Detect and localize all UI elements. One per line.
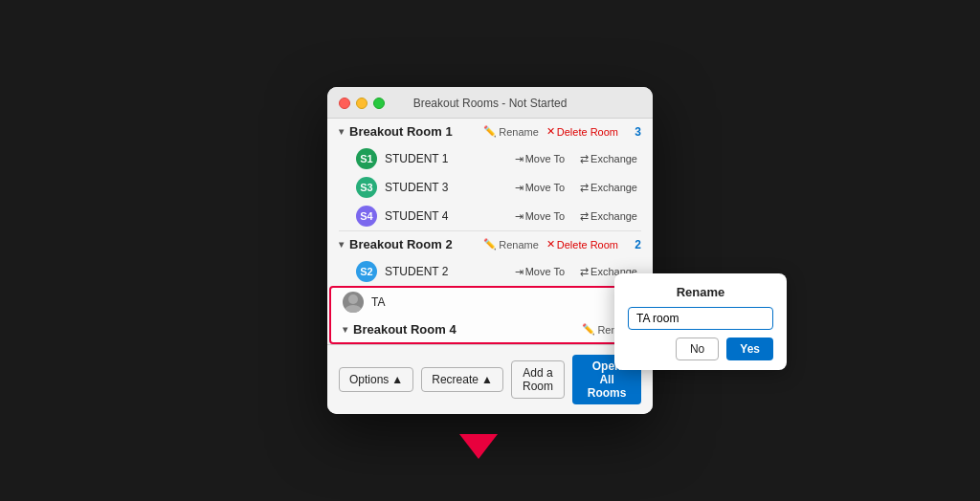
student3-avatar: S3 xyxy=(356,177,377,198)
room2-delete-btn[interactable]: ✕ Delete Room xyxy=(546,238,618,250)
room4-name: Breakout Room 4 xyxy=(353,322,576,337)
student4-row: S4 STUDENT 4 ⇥ Move To ⇄ Exchange xyxy=(327,202,653,230)
room1-delete-btn[interactable]: ✕ Delete Room xyxy=(546,125,618,138)
rename-yes-btn[interactable]: Yes xyxy=(726,338,773,360)
room1-name: Breakout Room 1 xyxy=(349,124,478,139)
footer: Options ▲ Recreate ▲ Add a Room Open All… xyxy=(327,344,653,414)
room2-count: 2 xyxy=(626,238,641,251)
window-title: Breakout Rooms - Not Started xyxy=(413,97,568,110)
student2-avatar: S2 xyxy=(356,261,377,282)
room4-chevron: ▾ xyxy=(343,324,347,335)
room1-chevron: ▾ xyxy=(339,126,344,137)
recreate-btn[interactable]: Recreate ▲ xyxy=(421,367,503,392)
student2-name: STUDENT 2 xyxy=(385,265,503,278)
student1-name: STUDENT 1 xyxy=(385,152,503,165)
rename-actions: No Yes xyxy=(628,338,773,360)
room2-name: Breakout Room 2 xyxy=(349,237,478,251)
close-button[interactable] xyxy=(339,98,350,109)
room2-chevron: ▾ xyxy=(339,239,344,250)
chevron-up-icon2: ▲ xyxy=(481,373,493,386)
room1-count: 3 xyxy=(626,125,641,139)
pencil-icon: ✏️ xyxy=(483,125,497,138)
ta-avatar xyxy=(343,292,364,313)
room2-header: ▾ Breakout Room 2 ✏️ Rename ✕ Delete Roo… xyxy=(327,231,653,257)
student4-exchange-btn[interactable]: ⇄ Exchange xyxy=(576,210,641,223)
student1-avatar: S1 xyxy=(356,148,377,169)
student3-moveto-btn[interactable]: ⇥ Move To xyxy=(511,182,568,194)
student4-name: STUDENT 4 xyxy=(385,209,503,223)
svg-point-0 xyxy=(348,294,358,304)
room1-rename-btn[interactable]: ✏️ Rename xyxy=(483,125,539,138)
room1-actions: ✏️ Rename ✕ Delete Room 3 xyxy=(483,125,641,139)
student3-name: STUDENT 3 xyxy=(385,181,503,194)
maximize-button[interactable] xyxy=(373,98,385,109)
room2-section: ▾ Breakout Room 2 ✏️ Rename ✕ Delete Roo… xyxy=(327,231,653,344)
student1-moveto-btn[interactable]: ⇥ Move To xyxy=(511,153,568,165)
student2-moveto-btn[interactable]: ⇥ Move To xyxy=(511,266,568,278)
x-icon2: ✕ xyxy=(546,238,555,250)
room2-rename-btn[interactable]: ✏️ Rename xyxy=(483,238,539,250)
rename-popup-title: Rename xyxy=(628,285,773,299)
highlighted-section: TA ▾ Breakout Room 4 ✏️ Rename xyxy=(329,286,651,344)
pencil-icon3: ✏️ xyxy=(582,323,595,336)
svg-point-1 xyxy=(345,305,362,313)
room4-header: ▾ Breakout Room 4 ✏️ Rename xyxy=(331,316,649,342)
student1-row: S1 STUDENT 1 ⇥ Move To ⇄ Exchange xyxy=(327,144,653,173)
student3-row: S3 STUDENT 3 ⇥ Move To ⇄ Exchange xyxy=(327,173,653,202)
options-btn[interactable]: Options ▲ xyxy=(339,367,413,392)
rename-popup: Rename No Yes xyxy=(614,273,787,370)
rooms-content: ▾ Breakout Room 1 ✏️ Rename ✕ Delete Roo… xyxy=(327,119,653,344)
title-bar: Breakout Rooms - Not Started xyxy=(327,87,653,119)
rename-input[interactable] xyxy=(628,307,773,330)
student4-moveto-btn[interactable]: ⇥ Move To xyxy=(511,210,568,223)
ta-name: TA xyxy=(371,295,637,309)
arrow-head xyxy=(459,434,498,459)
student3-exchange-btn[interactable]: ⇄ Exchange xyxy=(576,182,641,194)
room1-header: ▾ Breakout Room 1 ✏️ Rename ✕ Delete Roo… xyxy=(327,119,653,144)
student1-exchange-btn[interactable]: ⇄ Exchange xyxy=(576,153,641,165)
minimize-button[interactable] xyxy=(356,98,368,109)
breakout-rooms-window: Breakout Rooms - Not Started ▾ Breakout … xyxy=(327,87,653,414)
student4-avatar: S4 xyxy=(356,206,377,227)
student2-row: S2 STUDENT 2 ⇥ Move To ⇄ Exchange xyxy=(327,257,653,286)
pencil-icon2: ✏️ xyxy=(483,238,497,250)
ta-row: TA xyxy=(331,288,649,316)
add-room-btn[interactable]: Add a Room xyxy=(511,360,565,399)
room1-section: ▾ Breakout Room 1 ✏️ Rename ✕ Delete Roo… xyxy=(327,119,653,230)
room2-actions: ✏️ Rename ✕ Delete Room 2 xyxy=(483,238,641,251)
chevron-up-icon: ▲ xyxy=(391,373,403,386)
x-icon: ✕ xyxy=(546,125,555,138)
rename-no-btn[interactable]: No xyxy=(676,338,719,360)
traffic-lights xyxy=(339,98,385,109)
